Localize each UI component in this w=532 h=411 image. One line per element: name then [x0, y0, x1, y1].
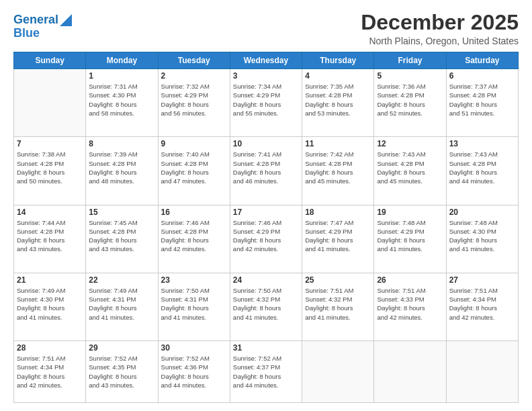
table-row: 19Sunrise: 7:48 AM Sunset: 4:29 PM Dayli…	[374, 205, 446, 273]
logo-icon	[60, 14, 72, 26]
day-number: 9	[161, 139, 227, 148]
table-row: 9Sunrise: 7:40 AM Sunset: 4:28 PM Daylig…	[158, 137, 230, 205]
day-number: 27	[449, 275, 515, 285]
table-row: 3Sunrise: 7:34 AM Sunset: 4:29 PM Daylig…	[230, 69, 302, 137]
day-number: 5	[377, 71, 443, 81]
table-row	[302, 340, 374, 402]
day-info: Sunrise: 7:31 AM Sunset: 4:30 PM Dayligh…	[89, 82, 154, 118]
table-row: 24Sunrise: 7:50 AM Sunset: 4:32 PM Dayli…	[230, 273, 302, 340]
day-number: 28	[17, 343, 83, 353]
day-number: 23	[161, 275, 227, 285]
day-number: 12	[377, 139, 443, 148]
day-number: 15	[89, 208, 154, 217]
day-info: Sunrise: 7:51 AM Sunset: 4:32 PM Dayligh…	[305, 286, 371, 322]
day-info: Sunrise: 7:51 AM Sunset: 4:33 PM Dayligh…	[377, 286, 443, 322]
day-info: Sunrise: 7:52 AM Sunset: 4:37 PM Dayligh…	[233, 354, 299, 390]
day-number: 10	[233, 139, 299, 148]
day-info: Sunrise: 7:50 AM Sunset: 4:31 PM Dayligh…	[161, 286, 227, 322]
table-row	[374, 340, 446, 402]
location: North Plains, Oregon, United States	[361, 36, 519, 46]
logo-text-general: General	[13, 13, 58, 27]
table-row: 13Sunrise: 7:43 AM Sunset: 4:28 PM Dayli…	[446, 137, 518, 205]
col-wednesday: Wednesday	[230, 52, 302, 69]
calendar-table: Sunday Monday Tuesday Wednesday Thursday…	[13, 52, 519, 403]
logo: General Blue	[13, 13, 72, 40]
day-number: 11	[305, 139, 371, 148]
day-number: 7	[17, 139, 83, 148]
day-info: Sunrise: 7:37 AM Sunset: 4:28 PM Dayligh…	[449, 82, 515, 118]
day-info: Sunrise: 7:47 AM Sunset: 4:29 PM Dayligh…	[305, 218, 371, 254]
day-info: Sunrise: 7:51 AM Sunset: 4:34 PM Dayligh…	[449, 286, 515, 322]
table-row: 6Sunrise: 7:37 AM Sunset: 4:28 PM Daylig…	[446, 69, 518, 137]
table-row: 11Sunrise: 7:42 AM Sunset: 4:28 PM Dayli…	[302, 137, 374, 205]
table-row: 2Sunrise: 7:32 AM Sunset: 4:29 PM Daylig…	[158, 69, 230, 137]
day-number: 17	[233, 208, 299, 217]
table-row: 27Sunrise: 7:51 AM Sunset: 4:34 PM Dayli…	[446, 273, 518, 340]
svg-marker-0	[60, 14, 72, 26]
day-number: 13	[449, 139, 515, 148]
day-number: 14	[17, 208, 83, 217]
table-row: 26Sunrise: 7:51 AM Sunset: 4:33 PM Dayli…	[374, 273, 446, 340]
day-info: Sunrise: 7:42 AM Sunset: 4:28 PM Dayligh…	[305, 150, 371, 185]
day-info: Sunrise: 7:32 AM Sunset: 4:29 PM Dayligh…	[161, 82, 227, 118]
day-info: Sunrise: 7:44 AM Sunset: 4:28 PM Dayligh…	[17, 218, 83, 254]
col-friday: Friday	[374, 52, 446, 69]
day-info: Sunrise: 7:48 AM Sunset: 4:30 PM Dayligh…	[449, 218, 515, 254]
table-row	[14, 69, 86, 137]
day-info: Sunrise: 7:52 AM Sunset: 4:35 PM Dayligh…	[89, 354, 154, 390]
table-row: 5Sunrise: 7:36 AM Sunset: 4:28 PM Daylig…	[374, 69, 446, 137]
table-row: 31Sunrise: 7:52 AM Sunset: 4:37 PM Dayli…	[230, 340, 302, 402]
day-number: 1	[89, 71, 154, 81]
table-row: 1Sunrise: 7:31 AM Sunset: 4:30 PM Daylig…	[86, 69, 158, 137]
day-number: 29	[89, 343, 154, 353]
day-info: Sunrise: 7:49 AM Sunset: 4:31 PM Dayligh…	[89, 286, 154, 322]
day-info: Sunrise: 7:41 AM Sunset: 4:28 PM Dayligh…	[233, 150, 299, 185]
table-row: 10Sunrise: 7:41 AM Sunset: 4:28 PM Dayli…	[230, 137, 302, 205]
table-row: 15Sunrise: 7:45 AM Sunset: 4:28 PM Dayli…	[86, 205, 158, 273]
table-row: 8Sunrise: 7:39 AM Sunset: 4:28 PM Daylig…	[86, 137, 158, 205]
table-row: 21Sunrise: 7:49 AM Sunset: 4:30 PM Dayli…	[14, 273, 86, 340]
day-info: Sunrise: 7:38 AM Sunset: 4:28 PM Dayligh…	[17, 150, 83, 185]
day-info: Sunrise: 7:46 AM Sunset: 4:29 PM Dayligh…	[233, 218, 299, 254]
day-info: Sunrise: 7:40 AM Sunset: 4:28 PM Dayligh…	[161, 150, 227, 185]
day-info: Sunrise: 7:35 AM Sunset: 4:28 PM Dayligh…	[305, 82, 371, 118]
col-monday: Monday	[86, 52, 158, 69]
day-number: 30	[161, 343, 227, 353]
day-info: Sunrise: 7:36 AM Sunset: 4:28 PM Dayligh…	[377, 82, 443, 118]
table-row: 16Sunrise: 7:46 AM Sunset: 4:28 PM Dayli…	[158, 205, 230, 273]
table-row: 17Sunrise: 7:46 AM Sunset: 4:29 PM Dayli…	[230, 205, 302, 273]
day-number: 24	[233, 275, 299, 285]
day-number: 26	[377, 275, 443, 285]
day-number: 20	[449, 208, 515, 217]
day-info: Sunrise: 7:45 AM Sunset: 4:28 PM Dayligh…	[89, 218, 154, 254]
table-row: 12Sunrise: 7:43 AM Sunset: 4:28 PM Dayli…	[374, 137, 446, 205]
day-info: Sunrise: 7:43 AM Sunset: 4:28 PM Dayligh…	[377, 150, 443, 185]
header: General Blue December 2025 North Plains,…	[13, 11, 519, 46]
day-info: Sunrise: 7:51 AM Sunset: 4:34 PM Dayligh…	[17, 354, 83, 390]
day-number: 16	[161, 208, 227, 217]
table-row: 23Sunrise: 7:50 AM Sunset: 4:31 PM Dayli…	[158, 273, 230, 340]
day-number: 8	[89, 139, 154, 148]
table-row: 7Sunrise: 7:38 AM Sunset: 4:28 PM Daylig…	[14, 137, 86, 205]
title-area: December 2025 North Plains, Oregon, Unit…	[361, 11, 519, 46]
day-number: 21	[17, 275, 83, 285]
day-info: Sunrise: 7:43 AM Sunset: 4:28 PM Dayligh…	[449, 150, 515, 185]
table-row: 14Sunrise: 7:44 AM Sunset: 4:28 PM Dayli…	[14, 205, 86, 273]
day-info: Sunrise: 7:52 AM Sunset: 4:36 PM Dayligh…	[161, 354, 227, 390]
logo-text-blue: Blue	[13, 27, 40, 40]
col-thursday: Thursday	[302, 52, 374, 69]
day-number: 25	[305, 275, 371, 285]
page: General Blue December 2025 North Plains,…	[0, 0, 532, 411]
day-info: Sunrise: 7:46 AM Sunset: 4:28 PM Dayligh…	[161, 218, 227, 254]
table-row: 22Sunrise: 7:49 AM Sunset: 4:31 PM Dayli…	[86, 273, 158, 340]
col-sunday: Sunday	[14, 52, 86, 69]
table-row	[446, 340, 518, 402]
day-number: 6	[449, 71, 515, 81]
table-row: 18Sunrise: 7:47 AM Sunset: 4:29 PM Dayli…	[302, 205, 374, 273]
table-row: 25Sunrise: 7:51 AM Sunset: 4:32 PM Dayli…	[302, 273, 374, 340]
day-info: Sunrise: 7:49 AM Sunset: 4:30 PM Dayligh…	[17, 286, 83, 322]
table-row: 4Sunrise: 7:35 AM Sunset: 4:28 PM Daylig…	[302, 69, 374, 137]
col-saturday: Saturday	[446, 52, 518, 69]
col-tuesday: Tuesday	[158, 52, 230, 69]
day-info: Sunrise: 7:48 AM Sunset: 4:29 PM Dayligh…	[377, 218, 443, 254]
